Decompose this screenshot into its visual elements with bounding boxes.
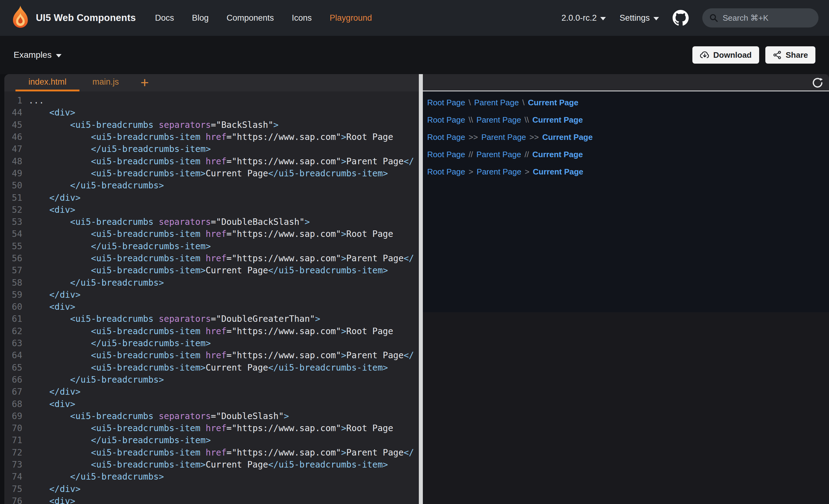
breadcrumb-link[interactable]: Parent Page: [477, 167, 521, 177]
line-number: 75: [4, 484, 29, 494]
tab-index.html[interactable]: index.html: [15, 74, 79, 91]
breadcrumb-link[interactable]: Root Page: [427, 167, 465, 177]
line-number: 66: [4, 375, 29, 385]
nav-item-components[interactable]: Components: [226, 13, 274, 23]
code-text: <ui5-breadcrumbs-item>Current Page</ui5-…: [29, 168, 388, 179]
code-text: </div>: [29, 193, 81, 203]
line-number: 44: [4, 108, 29, 118]
code-line: 70<ui5-breadcrumbs-item href="https://ww…: [4, 422, 419, 434]
line-number: 61: [4, 314, 29, 324]
preview-content: Root Page\Parent Page\Current PageRoot P…: [423, 91, 829, 312]
code-line: 55</ui5-breadcrumbs-item>: [4, 240, 419, 252]
breadcrumb-link[interactable]: Root Page: [427, 98, 465, 108]
breadcrumb: Root Page>>Parent Page>>Current Page: [427, 128, 829, 146]
nav-item-icons[interactable]: Icons: [292, 13, 312, 23]
line-number: 68: [4, 399, 29, 409]
code-line: 64<ui5-breadcrumbs-item href="https://ww…: [4, 349, 419, 361]
code-text: </ui5-breadcrumbs>: [29, 375, 164, 385]
playground-workspace: index.htmlmain.js + 1...44<div>45<ui5-br…: [0, 74, 829, 504]
code-text: <ui5-breadcrumbs-item href="https://www.…: [29, 253, 414, 263]
code-text: <ui5-breadcrumbs-item href="https://www.…: [29, 156, 414, 166]
code-line: 66</ui5-breadcrumbs>: [4, 374, 419, 386]
tab-strip: index.htmlmain.js: [15, 74, 132, 91]
code-text: <ui5-breadcrumbs-item href="https://www.…: [29, 326, 393, 336]
code-editor-panel: index.htmlmain.js + 1...44<div>45<ui5-br…: [4, 74, 419, 504]
download-button[interactable]: Download: [692, 46, 759, 64]
code-text: </div>: [29, 484, 81, 494]
share-button[interactable]: Share: [765, 46, 816, 64]
add-tab-button[interactable]: +: [132, 75, 158, 91]
breadcrumb-link[interactable]: Root Page: [427, 115, 465, 125]
code-text: <ui5-breadcrumbs-item>Current Page</ui5-…: [29, 265, 388, 275]
breadcrumb-separator: //: [521, 150, 532, 159]
version-dropdown[interactable]: 2.0.0-rc.2: [561, 13, 606, 23]
code-text: <div>: [29, 302, 75, 312]
code-line: 51</div>: [4, 191, 419, 203]
code-text: <ui5-breadcrumbs-item>Current Page</ui5-…: [29, 460, 388, 470]
search-input[interactable]: [723, 13, 812, 23]
line-number: 58: [4, 278, 29, 288]
code-text: <div>: [29, 496, 75, 504]
code-text: </ui5-breadcrumbs-item>: [29, 241, 211, 251]
line-number: 57: [4, 265, 29, 275]
search-icon: [709, 13, 718, 23]
breadcrumb-link[interactable]: Parent Page: [474, 98, 519, 108]
line-number: 49: [4, 168, 29, 179]
code-line: 53<ui5-breadcrumbs separators="DoubleBac…: [4, 216, 419, 228]
code-line: 1...: [4, 94, 419, 107]
brand-title: UI5 Web Components: [36, 12, 136, 24]
breadcrumb-current: Current Page: [532, 150, 583, 159]
code-line: 68<div>: [4, 398, 419, 410]
breadcrumb-link[interactable]: Parent Page: [476, 150, 521, 159]
settings-dropdown[interactable]: Settings: [619, 13, 659, 23]
splitter-handle[interactable]: [419, 74, 423, 504]
line-number: 46: [4, 132, 29, 142]
code-area[interactable]: 1...44<div>45<ui5-breadcrumbs separators…: [4, 91, 419, 504]
code-text: <div>: [29, 108, 75, 118]
preview-pane: Root Page\Parent Page\Current PageRoot P…: [423, 74, 829, 504]
code-text: </div>: [29, 387, 81, 397]
line-number: 63: [4, 338, 29, 348]
code-text: </ui5-breadcrumbs>: [29, 278, 164, 288]
refresh-icon: [812, 77, 824, 89]
line-number: 55: [4, 241, 29, 251]
line-number: 51: [4, 193, 29, 203]
code-line: 49<ui5-breadcrumbs-item>Current Page</ui…: [4, 167, 419, 180]
breadcrumb-current: Current Page: [533, 167, 583, 177]
line-number: 47: [4, 144, 29, 154]
code-line: 59</div>: [4, 289, 419, 301]
line-number: 73: [4, 460, 29, 470]
code-text: </div>: [29, 290, 81, 300]
code-line: 46<ui5-breadcrumbs-item href="https://ww…: [4, 131, 419, 143]
nav-item-docs[interactable]: Docs: [155, 13, 174, 23]
code-line: 61<ui5-breadcrumbs separators="DoubleGre…: [4, 313, 419, 325]
examples-bar: Examples Download Share: [0, 36, 829, 74]
code-line: 56<ui5-breadcrumbs-item href="https://ww…: [4, 252, 419, 264]
breadcrumb: Root Page\\Parent Page\\Current Page: [427, 111, 829, 128]
breadcrumb-separator: //: [465, 150, 476, 159]
breadcrumb-link[interactable]: Parent Page: [481, 132, 526, 142]
examples-dropdown[interactable]: Examples: [13, 50, 62, 60]
refresh-button[interactable]: [811, 77, 824, 89]
examples-label: Examples: [13, 50, 51, 60]
line-number: 67: [4, 387, 29, 397]
breadcrumb-link[interactable]: Root Page: [427, 150, 465, 159]
line-number: 59: [4, 290, 29, 300]
code-line: 44<div>: [4, 107, 419, 119]
settings-label: Settings: [619, 13, 650, 23]
line-number: 72: [4, 448, 29, 458]
line-number: 74: [4, 472, 29, 482]
breadcrumb-separator: \\: [465, 115, 476, 125]
code-line: 74</ui5-breadcrumbs>: [4, 471, 419, 483]
tab-main.js[interactable]: main.js: [79, 74, 132, 91]
nav-item-playground[interactable]: Playground: [330, 13, 372, 23]
code-line: 50</ui5-breadcrumbs>: [4, 180, 419, 191]
nav-item-blog[interactable]: Blog: [192, 13, 209, 23]
breadcrumb-link[interactable]: Root Page: [427, 132, 465, 142]
chevron-down-icon: [600, 17, 606, 21]
code-text: <ui5-breadcrumbs-item href="https://www.…: [29, 132, 393, 142]
breadcrumb-separator: \: [465, 98, 474, 108]
code-line: 67</div>: [4, 386, 419, 398]
github-icon[interactable]: [673, 10, 689, 26]
breadcrumb-link[interactable]: Parent Page: [476, 115, 521, 125]
